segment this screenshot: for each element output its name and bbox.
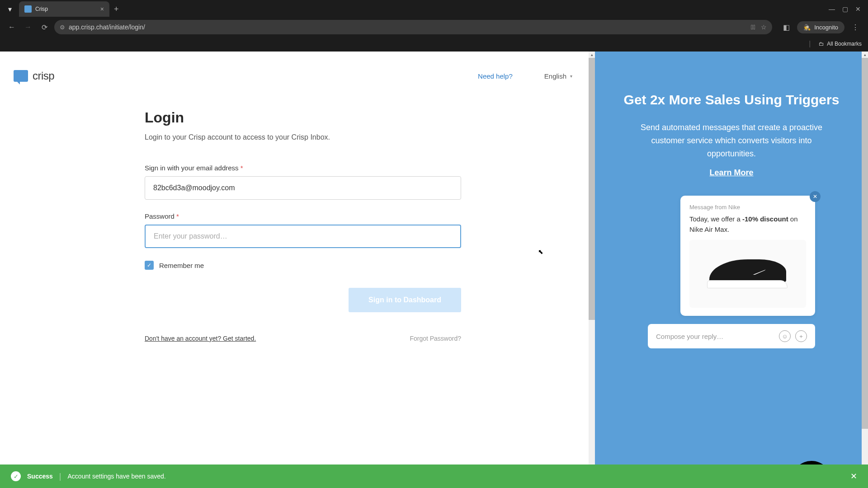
emoji-icon[interactable]: ☺ xyxy=(779,330,791,342)
chat-close-icon[interactable]: ✕ xyxy=(810,191,821,202)
promo-body: Send automated messages that create a pr… xyxy=(613,121,850,160)
url-text: app.crisp.chat/initiate/login/ xyxy=(69,23,747,31)
forgot-password-link[interactable]: Forgot Password? xyxy=(410,335,461,342)
favicon-icon xyxy=(24,5,32,13)
new-tab-button[interactable]: + xyxy=(114,5,119,14)
email-input[interactable] xyxy=(145,176,461,200)
address-bar[interactable]: ⚙ app.crisp.chat/initiate/login/ 👁̸ ☆ xyxy=(54,20,772,34)
scroll-thumb[interactable] xyxy=(862,58,868,429)
crisp-logo[interactable]: crisp xyxy=(14,70,54,82)
incognito-eye-icon[interactable]: 👁̸ xyxy=(751,23,755,31)
form-footer-links: Don't have an account yet? Get started. … xyxy=(145,335,461,342)
close-tab-icon[interactable]: × xyxy=(100,5,104,13)
login-title: Login xyxy=(145,109,461,126)
url-bar: ← → ⟳ ⚙ app.crisp.chat/initiate/login/ 👁… xyxy=(0,18,868,36)
tab-title: Crisp xyxy=(35,6,97,12)
promo-title: Get 2x More Sales Using Triggers xyxy=(613,92,850,108)
browser-menu-button[interactable]: ⋮ xyxy=(848,23,863,32)
success-check-icon: ✓ xyxy=(11,471,21,481)
tab-bar: ▾ Crisp × + — ▢ ✕ xyxy=(0,0,868,18)
back-button[interactable]: ← xyxy=(5,21,18,33)
attach-plus-icon[interactable]: + xyxy=(795,330,807,342)
chat-reply-box[interactable]: Compose your reply… ☺ + xyxy=(648,324,815,348)
site-settings-icon[interactable]: ⚙ xyxy=(60,24,65,31)
toast-close-icon[interactable]: ✕ xyxy=(850,471,857,481)
reply-placeholder: Compose your reply… xyxy=(656,333,774,340)
toast-message: Account settings have been saved. xyxy=(68,473,166,480)
password-input[interactable] xyxy=(145,225,461,248)
window-controls: — ▢ ✕ xyxy=(829,5,868,13)
need-help-link[interactable]: Need help? xyxy=(478,72,513,80)
forward-button[interactable]: → xyxy=(22,21,34,33)
browser-chrome: ▾ Crisp × + — ▢ ✕ ← → ⟳ ⚙ app.crisp.chat… xyxy=(0,0,868,52)
toast-title: Success xyxy=(27,473,53,480)
chat-message-card: Message from Nike Today, we offer a -10%… xyxy=(680,196,815,316)
remember-me-checkbox[interactable]: ✓ xyxy=(145,261,154,270)
logo-text: crisp xyxy=(33,70,54,82)
learn-more-link[interactable]: Learn More xyxy=(613,168,850,178)
logo-mark-icon xyxy=(14,70,28,82)
tab-search-dropdown[interactable]: ▾ xyxy=(4,3,16,15)
incognito-badge[interactable]: 🕵 Incognito xyxy=(797,21,844,33)
page-content: crisp Need help? English ▾ Login Login t… xyxy=(0,52,868,488)
chat-widget-mock: ✕ Message from Nike Today, we offer a -1… xyxy=(648,196,815,348)
login-subtitle: Login to your Crisp account to access to… xyxy=(145,133,461,141)
browser-tab[interactable]: Crisp × xyxy=(19,1,109,17)
minimize-icon[interactable]: — xyxy=(829,5,835,13)
left-scrollbar[interactable]: ▴ xyxy=(589,52,595,488)
remember-me-row: ✓ Remember me xyxy=(145,261,461,270)
chevron-down-icon: ▾ xyxy=(570,74,572,79)
product-image xyxy=(689,240,806,308)
close-window-icon[interactable]: ✕ xyxy=(855,5,861,13)
chat-from-label: Message from Nike xyxy=(689,204,806,211)
right-scrollbar[interactable]: ▴ xyxy=(862,52,868,488)
language-selector[interactable]: English ▾ xyxy=(544,72,572,80)
header-links: Need help? English ▾ xyxy=(478,72,572,80)
maximize-icon[interactable]: ▢ xyxy=(842,5,848,13)
success-toast: ✓ Success | Account settings have been s… xyxy=(0,465,868,488)
all-bookmarks-button[interactable]: 🗀 All Bookmarks xyxy=(819,41,862,47)
login-panel: crisp Need help? English ▾ Login Login t… xyxy=(0,52,595,488)
sign-in-button[interactable]: Sign in to Dashboard xyxy=(349,288,461,312)
email-label: Sign in with your email address * xyxy=(145,164,461,172)
remember-me-label: Remember me xyxy=(159,262,204,269)
login-form: Login Login to your Crisp account to acc… xyxy=(145,109,461,342)
promo-panel: Get 2x More Sales Using Triggers Send au… xyxy=(595,52,868,488)
scroll-thumb[interactable] xyxy=(589,58,595,320)
get-started-link[interactable]: Don't have an account yet? Get started. xyxy=(145,335,256,342)
incognito-icon: 🕵 xyxy=(803,24,811,31)
side-panel-icon[interactable]: ◧ xyxy=(779,23,793,32)
bookmark-star-icon[interactable]: ☆ xyxy=(761,23,767,31)
page-header: crisp Need help? English ▾ xyxy=(14,70,581,82)
shoe-illustration xyxy=(707,256,788,292)
chat-message-text: Today, we offer a -10% discount on Nike … xyxy=(689,214,806,235)
reload-button[interactable]: ⟳ xyxy=(38,21,51,33)
bookmarks-bar: | 🗀 All Bookmarks xyxy=(0,36,868,52)
password-label: Password * xyxy=(145,212,461,220)
folder-icon: 🗀 xyxy=(819,41,824,47)
